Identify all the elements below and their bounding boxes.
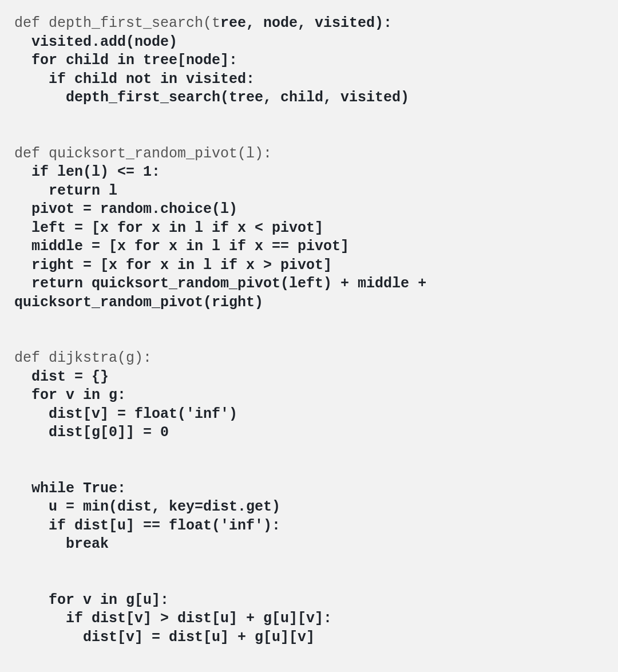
code-segment: for child in tree[node]: bbox=[31, 52, 237, 69]
code-line: if child not in visited: bbox=[14, 70, 604, 89]
code-line: left = [x for x in l if x < pivot] bbox=[14, 219, 604, 238]
code-segment: dist[g[0]] = 0 bbox=[49, 424, 169, 441]
code-line: return quicksort_random_pivot(left) + mi… bbox=[14, 275, 604, 312]
code-line: def depth_first_search(tree, node, visit… bbox=[14, 14, 604, 33]
code-segment bbox=[14, 52, 31, 69]
code-line bbox=[14, 312, 604, 331]
code-segment: for v in g[u]: bbox=[49, 592, 169, 608]
code-segment bbox=[14, 592, 49, 608]
code-line: dist = {} bbox=[14, 368, 604, 387]
code-line: u = min(dist, key=dist.get) bbox=[14, 498, 604, 517]
code-segment bbox=[14, 164, 31, 180]
code-segment bbox=[14, 517, 49, 534]
code-line: visited.add(node) bbox=[14, 33, 604, 52]
code-segment: return l bbox=[49, 183, 117, 199]
code-segment bbox=[14, 71, 49, 88]
code-line: for child in tree[node]: bbox=[14, 52, 604, 70]
code-line: dist[g[0]] = 0 bbox=[14, 424, 604, 442]
code-line bbox=[14, 647, 604, 666]
code-line: pivot = random.choice(l) bbox=[14, 200, 604, 219]
code-segment bbox=[14, 201, 31, 218]
code-line: if len(l) <= 1: bbox=[14, 163, 604, 182]
code-segment bbox=[14, 257, 31, 274]
code-segment: dist = {} bbox=[31, 369, 109, 385]
code-line: depth_first_search(tree, child, visited) bbox=[14, 89, 604, 108]
code-segment: if dist[u] == float('inf'): bbox=[49, 517, 280, 534]
code-line: for v in g[u]: bbox=[14, 591, 604, 610]
code-segment bbox=[14, 89, 66, 106]
code-segment bbox=[14, 387, 31, 404]
code-segment: while True: bbox=[31, 480, 126, 497]
code-line bbox=[14, 108, 604, 127]
code-segment: if len(l) <= 1: bbox=[31, 164, 160, 180]
code-segment bbox=[14, 220, 31, 236]
code-line: break bbox=[14, 535, 604, 554]
code-line bbox=[14, 442, 604, 461]
code-segment bbox=[14, 406, 49, 422]
code-segment: for v in g: bbox=[31, 387, 126, 404]
code-segment bbox=[14, 34, 31, 50]
code-line bbox=[14, 572, 604, 591]
code-segment: if child not in visited: bbox=[49, 71, 255, 88]
code-line: def dijkstra(g): bbox=[14, 349, 604, 368]
code-segment: def quicksort_random_pivot(l): bbox=[14, 145, 272, 162]
code-line: if dist[v] > dist[u] + g[u][v]: bbox=[14, 610, 604, 628]
code-segment bbox=[14, 499, 49, 515]
code-line bbox=[14, 666, 604, 673]
code-segment: dist[v] = float('inf') bbox=[49, 406, 237, 422]
code-segment: left = [x for x in l if x < pivot] bbox=[31, 220, 323, 236]
code-segment bbox=[14, 238, 31, 255]
code-segment: visited.add(node) bbox=[31, 34, 177, 50]
code-line bbox=[14, 554, 604, 573]
code-segment: depth_first_search(tree, child, visited) bbox=[66, 89, 409, 106]
code-line: if dist[u] == float('inf'): bbox=[14, 517, 604, 536]
code-segment: return quicksort_random_pivot(left) + mi… bbox=[14, 275, 435, 311]
code-segment bbox=[14, 275, 31, 292]
code-segment bbox=[14, 629, 83, 646]
code-segment: if dist[v] > dist[u] + g[u][v]: bbox=[66, 610, 332, 627]
code-segment: pivot = random.choice(l) bbox=[31, 201, 237, 218]
code-line: dist[v] = dist[u] + g[u][v] bbox=[14, 628, 604, 647]
code-segment bbox=[14, 424, 49, 441]
code-line: return l bbox=[14, 182, 604, 201]
code-segment: dist[v] = dist[u] + g[u][v] bbox=[83, 629, 315, 646]
code-line: middle = [x for x in l if x == pivot] bbox=[14, 238, 604, 256]
code-line: while True: bbox=[14, 480, 604, 499]
code-line: for v in g: bbox=[14, 386, 604, 405]
code-segment: ree, node, visited): bbox=[220, 15, 392, 31]
code-segment bbox=[14, 369, 31, 385]
code-line: right = [x for x in l if x > pivot] bbox=[14, 256, 604, 275]
code-segment bbox=[14, 536, 66, 552]
code-line bbox=[14, 461, 604, 480]
code-block: def depth_first_search(tree, node, visit… bbox=[14, 14, 604, 672]
code-segment: middle = [x for x in l if x == pivot] bbox=[31, 238, 349, 255]
code-segment: def dijkstra(g): bbox=[14, 350, 152, 366]
code-segment: right = [x for x in l if x > pivot] bbox=[31, 257, 332, 274]
code-segment: u = min(dist, key=dist.get) bbox=[49, 499, 280, 515]
code-segment bbox=[14, 480, 31, 497]
code-segment bbox=[14, 183, 49, 199]
code-segment: break bbox=[66, 536, 109, 552]
code-segment bbox=[14, 610, 66, 627]
code-line: def quicksort_random_pivot(l): bbox=[14, 145, 604, 164]
code-line: dist[v] = float('inf') bbox=[14, 405, 604, 424]
code-line bbox=[14, 331, 604, 350]
code-line bbox=[14, 126, 604, 145]
code-segment: def depth_first_search(t bbox=[14, 15, 220, 31]
